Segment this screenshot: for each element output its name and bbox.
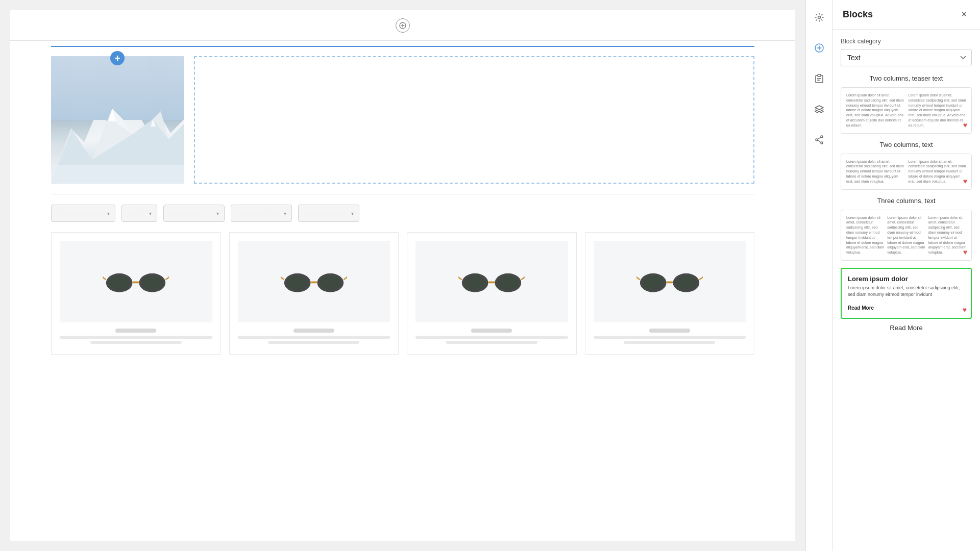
- col-2-three: Lorem ipsum dolor sit amet, consetetur s…: [887, 215, 925, 255]
- svg-rect-14: [133, 282, 139, 284]
- filter-select-2[interactable]: — — ▾: [121, 205, 157, 222]
- chevron-down-icon-3: ▾: [216, 211, 219, 216]
- preview-text-3-1: Lorem ipsum dolor sit amet, consetetur s…: [846, 215, 884, 255]
- section-title-two-col-text: Two columns, text: [841, 141, 972, 148]
- svg-rect-19: [310, 282, 317, 284]
- blocks-panel-title: Blocks: [843, 9, 873, 20]
- col-1-text: Lorem ipsum dolor sit amet, consetetur s…: [846, 159, 904, 184]
- read-more-section-label: Read More: [841, 324, 972, 332]
- section-divider: [51, 194, 754, 194]
- product-card-3[interactable]: [407, 232, 577, 355]
- product-desc-3b: [446, 341, 537, 344]
- sidebar-icon-strip: [805, 0, 832, 551]
- col-3-three: Lorem ipsum dolor sit amet, consetetur s…: [928, 215, 966, 255]
- svg-point-42: [821, 142, 823, 144]
- product-image-2: [238, 241, 390, 322]
- inline-add-button[interactable]: [110, 51, 125, 65]
- product-desc-4a: [594, 336, 746, 339]
- svg-point-32: [818, 16, 820, 19]
- filter-select-4[interactable]: — — — — — — ▾: [231, 205, 292, 222]
- col-2-text: Lorem ipsum dolor sit amet, consetetur s…: [909, 159, 967, 184]
- chevron-down-icon-5: ▾: [351, 211, 354, 216]
- preview-text-3-2: Lorem ipsum dolor sit amet, consetetur s…: [887, 215, 925, 255]
- product-image-4: [594, 241, 746, 322]
- block-category-select[interactable]: Text: [841, 49, 972, 66]
- product-desc-1a: [60, 336, 212, 339]
- settings-icon-btn[interactable]: [810, 8, 828, 27]
- product-desc-4b: [624, 341, 715, 344]
- block-category-label: Block category: [841, 38, 972, 45]
- image-text-block-row: [10, 41, 795, 189]
- two-col-teaser-preview: Lorem ipsum dolor sit amet, consetetur s…: [846, 93, 966, 128]
- selection-indicator-line: [51, 46, 754, 47]
- block-preview-three-col-text[interactable]: Lorem ipsum dolor sit amet, consetetur s…: [841, 210, 972, 261]
- heart-icon-three-col[interactable]: ♥: [963, 248, 967, 256]
- section-title-three-col-text: Three columns, text: [841, 197, 972, 205]
- image-block: [51, 56, 184, 184]
- filter-select-1[interactable]: — — — — — — — ▾: [51, 205, 115, 222]
- block-preview-teaser[interactable]: Lorem ipsum dolor sit amet, consetetur s…: [841, 87, 972, 134]
- product-title-3: [471, 329, 512, 333]
- product-title-4: [649, 329, 690, 333]
- preview-text-3-3: Lorem ipsum dolor sit amet, consetetur s…: [928, 215, 966, 255]
- svg-point-26: [498, 276, 519, 290]
- add-block-icon-btn[interactable]: [810, 39, 828, 57]
- svg-line-44: [818, 140, 821, 142]
- chevron-down-icon: ▾: [107, 211, 110, 216]
- product-image-3: [415, 241, 568, 322]
- three-col-text-preview: Lorem ipsum dolor sit amet, consetetur s…: [846, 215, 966, 255]
- filter-select-5[interactable]: — — — — — — ▾: [298, 205, 359, 222]
- svg-point-25: [465, 276, 486, 290]
- product-desc-2a: [238, 336, 390, 339]
- product-card-4[interactable]: [585, 232, 755, 355]
- top-add-button[interactable]: [396, 18, 410, 33]
- svg-point-41: [816, 139, 818, 141]
- read-more-block-body: Lorem ipsum dolor sit amet, consetetur s…: [848, 285, 965, 298]
- blocks-panel: Blocks × Block category Text Two columns…: [832, 0, 980, 551]
- svg-point-30: [643, 276, 664, 290]
- heart-icon-two-col[interactable]: ♥: [963, 177, 967, 185]
- preview-text-left-2: Lorem ipsum dolor sit amet, consetetur s…: [846, 159, 904, 184]
- blocks-panel-close-button[interactable]: ×: [958, 8, 970, 21]
- svg-point-31: [676, 276, 697, 290]
- block-preview-two-col-text[interactable]: Lorem ipsum dolor sit amet, consetetur s…: [841, 154, 972, 190]
- svg-point-16: [142, 276, 163, 290]
- section-title-teaser: Two columns, teaser text: [841, 74, 972, 82]
- chevron-down-icon-2: ▾: [149, 211, 152, 216]
- clipboard-icon-btn[interactable]: [810, 69, 828, 88]
- product-grid: [10, 227, 795, 365]
- svg-rect-24: [488, 282, 495, 284]
- svg-point-21: [320, 276, 341, 290]
- product-desc-1b: [90, 341, 182, 344]
- svg-point-15: [109, 276, 130, 290]
- svg-line-43: [818, 137, 821, 139]
- col-1-three: Lorem ipsum dolor sit amet, consetetur s…: [846, 215, 884, 255]
- blocks-panel-header: Blocks ×: [832, 0, 980, 30]
- canvas-wrapper: — — — — — — — ▾ — — ▾ — — — — — ▾ — — — …: [0, 0, 805, 551]
- top-add-bar: [10, 10, 795, 41]
- canvas-area: — — — — — — — ▾ — — ▾ — — — — — ▾ — — — …: [10, 10, 795, 541]
- svg-point-40: [821, 136, 823, 138]
- heart-icon-read-more[interactable]: ♥: [963, 306, 967, 314]
- product-title-1: [115, 329, 156, 333]
- blocks-panel-body: Block category Text Two columns, teaser …: [832, 30, 980, 551]
- chevron-down-icon-4: ▾: [284, 211, 286, 216]
- block-preview-read-more[interactable]: Lorem ipsum dolor Lorem ipsum dolor sit …: [841, 268, 972, 319]
- svg-rect-37: [818, 74, 821, 77]
- layers-icon-btn[interactable]: [810, 100, 828, 118]
- read-more-block-link[interactable]: Read More: [848, 305, 874, 311]
- share-icon-btn[interactable]: [810, 131, 828, 149]
- filter-select-3[interactable]: — — — — — ▾: [163, 205, 225, 222]
- heart-icon-teaser[interactable]: ♥: [963, 121, 967, 129]
- preview-text-right-2: Lorem ipsum dolor sit amet, consetetur s…: [909, 159, 967, 184]
- svg-rect-11: [51, 165, 184, 184]
- read-more-block-title: Lorem ipsum dolor: [848, 275, 965, 283]
- two-col-text-preview: Lorem ipsum dolor sit amet, consetetur s…: [846, 159, 966, 184]
- svg-point-20: [287, 276, 308, 290]
- product-card-2[interactable]: [229, 232, 399, 355]
- text-placeholder-block[interactable]: [194, 56, 754, 184]
- col-2: Lorem ipsum dolor sit amet, consetetur s…: [909, 93, 967, 128]
- app-root: — — — — — — — ▾ — — ▾ — — — — — ▾ — — — …: [0, 0, 980, 551]
- svg-rect-29: [666, 282, 673, 284]
- product-card-1[interactable]: [51, 232, 221, 355]
